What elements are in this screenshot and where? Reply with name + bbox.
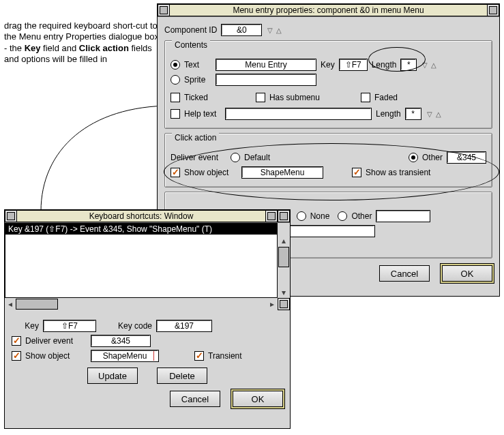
scroll-down-icon[interactable]: ▾ [278, 287, 290, 298]
has-submenu-label: Has submenu [269, 93, 320, 102]
close-icon[interactable] [265, 210, 278, 222]
faded-check[interactable] [361, 93, 370, 102]
show-object-check[interactable] [171, 168, 180, 177]
deliver-event-field[interactable]: &345 [91, 335, 151, 347]
text-radio[interactable] [171, 60, 180, 70]
help-length-field[interactable]: * [405, 108, 421, 120]
has-submenu-check[interactable] [256, 93, 265, 102]
bump-down-icon[interactable]: ▽ [421, 59, 429, 70]
none-radio-label: None [310, 211, 330, 221]
show-object-field[interactable]: ShapeMenu [241, 166, 323, 179]
window-title: Keyboard shortcuts: Window [17, 210, 265, 222]
deliver-event-check[interactable] [12, 336, 21, 346]
titlebar: Menu entry properties: component &0 in m… [158, 4, 499, 17]
component-id-bumps[interactable]: ▽ △ [266, 25, 283, 35]
ok-button[interactable]: OK [233, 391, 283, 407]
sprite-radio[interactable] [171, 75, 180, 85]
help-text-field[interactable] [225, 108, 372, 120]
bump-up-icon[interactable]: △ [275, 25, 283, 35]
resize-icon[interactable] [278, 298, 290, 310]
titlebar: Keyboard shortcuts: Window [5, 210, 290, 223]
deliver-event-label: Deliver event [171, 153, 226, 162]
ticked-check[interactable] [171, 93, 180, 102]
ticked-label: Ticked [184, 93, 208, 102]
shortcut-list[interactable]: Key &197 (⇧F7) -> Event &345, Show "Shap… [5, 223, 278, 298]
length-label: Length [372, 60, 397, 70]
none-radio[interactable] [297, 211, 306, 221]
delete-button[interactable]: Delete [157, 368, 207, 384]
scroll-thumb[interactable] [16, 299, 58, 310]
help-length-label: Length [376, 109, 401, 119]
bump-down-icon[interactable]: ▽ [266, 25, 274, 35]
scroll-up-icon[interactable]: ▴ [278, 235, 290, 246]
other-radio-label: Other [422, 153, 443, 162]
horizontal-scrollbar[interactable]: ◂ ▸ [5, 297, 278, 310]
keyboard-shortcuts-window: Keyboard shortcuts: Window Key &197 (⇧F7… [4, 209, 291, 429]
show-object-label: Show object [25, 351, 87, 361]
key-field[interactable]: ⇧F7 [339, 59, 368, 71]
show-object-value: ShapeMenu [103, 351, 147, 361]
other2-field[interactable] [376, 210, 430, 222]
keycode-field[interactable]: &197 [156, 320, 212, 332]
length-bumps[interactable]: ▽ △ [421, 59, 438, 70]
update-button[interactable]: Update [87, 368, 138, 384]
window-title: Menu entry properties: component &0 in m… [170, 4, 487, 16]
default-radio-label: Default [244, 153, 270, 162]
close-icon[interactable] [487, 4, 499, 16]
ok-button[interactable]: OK [442, 265, 492, 282]
other2-radio[interactable] [338, 211, 347, 221]
sprite-radio-label: Sprite [184, 75, 211, 85]
length-field[interactable]: * [400, 59, 417, 71]
other-radio[interactable] [409, 153, 418, 162]
toggle-size-icon[interactable] [278, 210, 290, 222]
lower-field[interactable] [286, 225, 375, 237]
click-action-legend: Click action [172, 133, 219, 142]
bump-up-icon[interactable]: △ [430, 59, 438, 70]
scroll-right-icon[interactable]: ▸ [267, 299, 278, 310]
key-label: Key [12, 321, 39, 331]
contents-group: Contents Text Menu Entry Key ⇧F7 Length … [164, 40, 492, 129]
key-field[interactable]: ⇧F7 [43, 320, 96, 332]
show-transient-check[interactable] [352, 168, 361, 177]
list-item[interactable]: Key &197 (⇧F7) -> Event &345, Show "Shap… [5, 224, 277, 235]
default-radio[interactable] [231, 153, 240, 162]
component-id-field[interactable]: &0 [221, 24, 262, 36]
show-transient-label: Show as transient [366, 168, 430, 177]
text-field[interactable]: Menu Entry [216, 59, 316, 71]
transient-check[interactable] [194, 351, 204, 361]
help-text-label: Help text [184, 109, 221, 119]
keycode-label: Key code [100, 321, 152, 331]
sprite-field[interactable] [216, 74, 316, 86]
help-text-check[interactable] [171, 109, 180, 119]
transient-label: Transient [208, 351, 242, 361]
show-object-field[interactable]: ShapeMenu [91, 350, 159, 362]
contents-legend: Contents [172, 40, 210, 50]
help-length-bumps[interactable]: ▽ △ [426, 108, 443, 119]
show-object-label: Show object [184, 168, 237, 177]
faded-label: Faded [374, 93, 398, 102]
scroll-thumb[interactable] [278, 247, 289, 267]
bump-down-icon[interactable]: ▽ [426, 108, 434, 119]
cancel-button[interactable]: Cancel [170, 391, 220, 407]
vertical-scrollbar[interactable]: ▴ ▾ [277, 235, 290, 298]
other2-radio-label: Other [351, 211, 372, 221]
cancel-button[interactable]: Cancel [379, 265, 430, 282]
component-id-label: Component ID [164, 25, 217, 35]
bump-up-icon[interactable]: △ [434, 108, 443, 119]
component-id-row: Component ID &0 ▽ △ [164, 24, 492, 36]
back-icon[interactable] [5, 210, 17, 222]
caret-icon [153, 351, 154, 361]
show-object-check[interactable] [12, 351, 21, 361]
instructional-text: drag the required keyboard short-cut to … [4, 20, 160, 65]
back-icon[interactable] [158, 4, 170, 16]
click-action-group: Click action Deliver event Default Other… [164, 133, 492, 188]
text-radio-label: Text [184, 60, 211, 70]
deliver-event-label: Deliver event [25, 336, 87, 346]
scroll-left-icon[interactable]: ◂ [5, 299, 16, 310]
key-label: Key [321, 60, 335, 70]
other-event-field[interactable]: &345 [447, 151, 486, 164]
